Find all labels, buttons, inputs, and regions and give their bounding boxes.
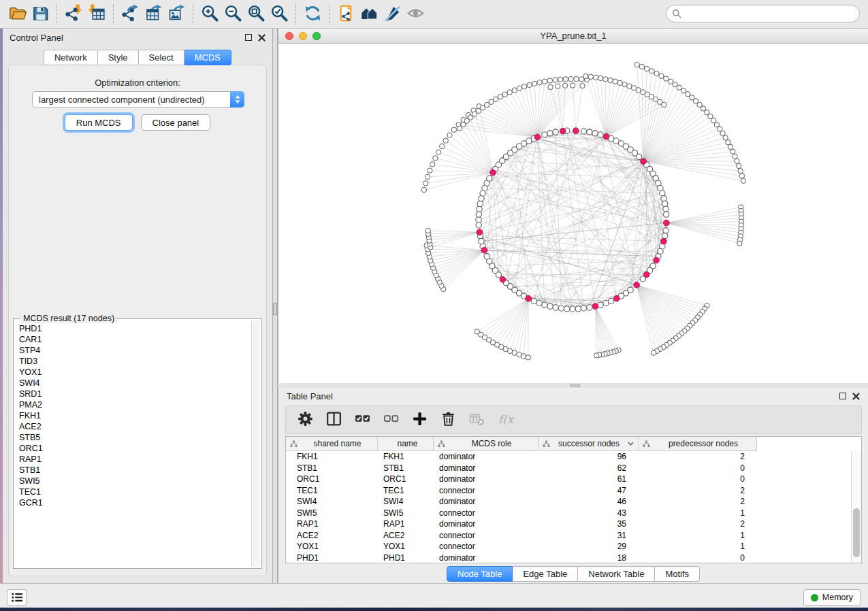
mcds-result-item[interactable]: STB1 bbox=[19, 465, 251, 476]
cell-mcds_role: connector bbox=[434, 508, 539, 519]
column-header-successor-nodes[interactable]: successor nodes bbox=[539, 437, 639, 451]
vertical-splitter[interactable] bbox=[272, 29, 278, 583]
tab-network-table[interactable]: Network Table bbox=[578, 566, 655, 582]
home-button[interactable] bbox=[357, 3, 381, 26]
mcds-list-scrollbar[interactable] bbox=[251, 320, 260, 567]
clone-network-button[interactable] bbox=[334, 3, 357, 26]
deselect-all-button[interactable] bbox=[383, 410, 400, 429]
mcds-result-item[interactable]: SRD1 bbox=[19, 389, 251, 399]
horizontal-splitter-handle[interactable] bbox=[570, 384, 580, 387]
export-network-button[interactable] bbox=[118, 3, 142, 26]
mcds-result-item[interactable]: STB5 bbox=[19, 432, 251, 443]
mcds-result-item[interactable]: TEC1 bbox=[19, 486, 251, 497]
cell-shared_name: TEC1 bbox=[286, 485, 378, 497]
mcds-result-item[interactable]: PMA2 bbox=[19, 399, 251, 410]
tab-select[interactable]: Select bbox=[139, 50, 184, 65]
memory-button[interactable]: Memory bbox=[803, 589, 861, 606]
cell-predecessor_nodes: 2 bbox=[639, 451, 757, 463]
node-table-scrollbar-thumb[interactable] bbox=[853, 508, 860, 557]
zoom-selected-button[interactable] bbox=[268, 3, 291, 26]
destroy-table-button bbox=[468, 410, 485, 429]
horizontal-splitter[interactable] bbox=[278, 383, 868, 388]
tab-node-table[interactable]: Node Table bbox=[447, 566, 513, 582]
tab-motifs[interactable]: Motifs bbox=[655, 566, 700, 582]
table-row[interactable]: RAP1RAP1dominator352 bbox=[286, 518, 851, 530]
export-table-button[interactable] bbox=[142, 3, 165, 26]
cell-shared_name: ORC1 bbox=[286, 474, 378, 485]
mcds-result-item[interactable]: ORC1 bbox=[19, 443, 251, 454]
delete-button[interactable] bbox=[440, 410, 457, 429]
memory-status-icon bbox=[811, 594, 818, 601]
settings-button[interactable] bbox=[297, 410, 314, 429]
close-table-panel-icon[interactable] bbox=[852, 393, 860, 400]
toolbar-separator bbox=[57, 4, 57, 24]
zoom-in-button[interactable] bbox=[198, 3, 221, 26]
show-columns-button[interactable] bbox=[325, 410, 342, 429]
mcds-result-item[interactable]: TID3 bbox=[19, 356, 251, 367]
mcds-result-item[interactable]: SWI4 bbox=[19, 378, 251, 389]
float-table-panel-icon[interactable] bbox=[839, 393, 846, 399]
select-all-button[interactable] bbox=[354, 410, 371, 429]
table-panel-tabs: Node TableEdge TableNetwork TableMotifs bbox=[278, 566, 868, 582]
mcds-result-item[interactable]: STP4 bbox=[19, 345, 251, 356]
search-input[interactable] bbox=[686, 9, 854, 19]
table-row[interactable]: STB1STB1dominator620 bbox=[286, 463, 851, 474]
mcds-result-item[interactable]: GCR1 bbox=[19, 497, 251, 508]
cell-shared_name: PHD1 bbox=[286, 552, 378, 563]
tab-edge-table[interactable]: Edge Table bbox=[513, 566, 578, 582]
cell-mcds_role: connector bbox=[434, 541, 539, 552]
column-header-MCDS-role[interactable]: MCDS role bbox=[434, 437, 539, 451]
save-button[interactable] bbox=[29, 3, 52, 26]
criterion-dropdown[interactable]: largest connected component (undirected) bbox=[32, 91, 244, 108]
cell-name: ORC1 bbox=[378, 474, 434, 485]
mcds-result-item[interactable]: RAP1 bbox=[19, 454, 251, 465]
table-row[interactable]: PHD1PHD1dominator180 bbox=[286, 552, 851, 563]
refresh-button[interactable] bbox=[301, 3, 324, 26]
table-row[interactable]: TEC1TEC1connector472 bbox=[286, 485, 851, 497]
network-window: YPA_prune.txt_1 bbox=[278, 29, 868, 383]
open-folder-button[interactable] bbox=[5, 3, 29, 26]
show-hidden-button[interactable] bbox=[404, 3, 427, 26]
table-row[interactable]: SWI4SWI4dominator462 bbox=[286, 496, 851, 508]
table-row[interactable]: ACE2ACE2connector311 bbox=[286, 530, 851, 542]
import-network-button[interactable] bbox=[62, 3, 85, 26]
mcds-result-item[interactable]: SWI5 bbox=[19, 476, 251, 486]
column-header-shared-name[interactable]: shared name bbox=[286, 437, 378, 451]
cell-predecessor_nodes: 2 bbox=[639, 496, 757, 508]
run-mcds-button[interactable]: Run MCDS bbox=[65, 114, 133, 131]
cell-predecessor_nodes: 1 bbox=[639, 508, 757, 519]
table-row[interactable]: YOX1YOX1connector291 bbox=[286, 541, 851, 552]
network-canvas[interactable] bbox=[278, 44, 868, 383]
mcds-result-title: MCDS result (17 nodes) bbox=[20, 314, 117, 323]
node-table-scrollbar[interactable] bbox=[851, 451, 861, 563]
mcds-result-item[interactable]: PHD1 bbox=[19, 323, 251, 334]
column-header-predecessor-nodes[interactable]: predecessor nodes bbox=[639, 437, 757, 451]
close-panel-icon[interactable] bbox=[258, 34, 266, 42]
table-row[interactable]: ORC1ORC1dominator610 bbox=[286, 474, 851, 485]
mcds-result-item[interactable]: FKH1 bbox=[19, 410, 251, 421]
vertical-splitter-handle[interactable] bbox=[273, 303, 277, 315]
tab-style[interactable]: Style bbox=[98, 50, 139, 65]
network-window-titlebar: YPA_prune.txt_1 bbox=[278, 29, 868, 44]
task-history-button[interactable] bbox=[7, 589, 27, 606]
tab-network[interactable]: Network bbox=[44, 50, 98, 65]
control-panel-title: Control Panel bbox=[10, 33, 63, 43]
mcds-panel-body: Optimization criterion: largest connecte… bbox=[8, 65, 267, 576]
float-panel-icon[interactable] bbox=[245, 34, 252, 41]
zoom-out-button[interactable] bbox=[221, 3, 244, 26]
table-row[interactable]: FKH1FKH1dominator962 bbox=[286, 451, 851, 463]
mcds-result-item[interactable]: YOX1 bbox=[19, 367, 251, 378]
mcds-result-item[interactable]: CAR1 bbox=[19, 334, 251, 345]
tab-mcds[interactable]: MCDS bbox=[184, 50, 231, 65]
column-header-name[interactable]: name bbox=[378, 437, 434, 451]
cell-name: ACE2 bbox=[378, 530, 434, 542]
import-table-button[interactable] bbox=[85, 3, 108, 26]
export-image-button[interactable] bbox=[165, 3, 188, 26]
add-button[interactable] bbox=[411, 410, 428, 429]
table-row[interactable]: SWI5SWI5connector431 bbox=[286, 508, 851, 519]
search-box[interactable] bbox=[666, 5, 860, 22]
close-panel-button[interactable]: Close panel bbox=[141, 114, 211, 131]
zoom-fit-button[interactable] bbox=[244, 3, 268, 26]
mcds-result-item[interactable]: ACE2 bbox=[19, 421, 251, 432]
hide-labels-button[interactable] bbox=[381, 3, 404, 26]
